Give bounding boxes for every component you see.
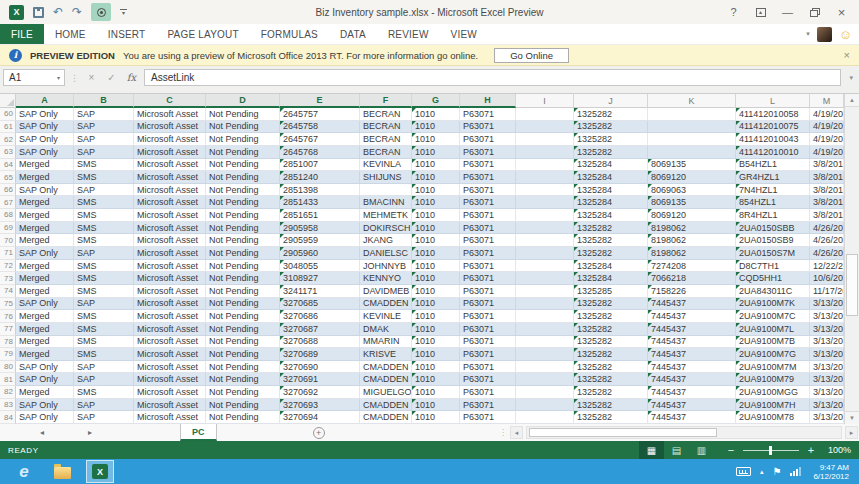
cell-A64[interactable]: Merged: [16, 159, 74, 172]
enter-icon[interactable]: ✓: [104, 72, 119, 83]
tab-data[interactable]: DATA: [329, 24, 377, 44]
cell-G78[interactable]: 1010: [412, 336, 460, 349]
cell-H79[interactable]: P63071: [460, 348, 516, 361]
cell-G72[interactable]: 1010: [412, 260, 460, 273]
cell-L84[interactable]: 2UA9100M78: [736, 411, 810, 424]
banner-close-icon[interactable]: ×: [844, 50, 850, 61]
cell-L76[interactable]: 2UA9100M7C: [736, 310, 810, 323]
cell-E82[interactable]: 3270692: [280, 386, 360, 399]
previous-sheet-icon[interactable]: ◂: [40, 424, 44, 441]
cell-I71[interactable]: [516, 247, 574, 260]
scroll-left-icon[interactable]: ◂: [510, 426, 523, 439]
restore-icon[interactable]: [801, 2, 828, 23]
cell-J76[interactable]: 1325282: [574, 310, 648, 323]
column-header-K[interactable]: K: [648, 94, 736, 108]
cell-E68[interactable]: 2851651: [280, 209, 360, 222]
cell-L82[interactable]: 2UA9100MGG: [736, 386, 810, 399]
cell-D62[interactable]: Not Pending: [206, 133, 280, 146]
send-a-smile-icon[interactable]: ☺: [839, 28, 852, 41]
cell-F69[interactable]: DOKIRSCH: [360, 222, 412, 235]
undo-icon[interactable]: ↶: [53, 6, 63, 18]
cell-J81[interactable]: 1325282: [574, 373, 648, 386]
cell-I77[interactable]: [516, 323, 574, 336]
cell-F68[interactable]: MEHMETK: [360, 209, 412, 222]
row-header-69[interactable]: 69: [0, 222, 16, 235]
cell-A75[interactable]: SAP Only: [16, 298, 74, 311]
cell-I84[interactable]: [516, 411, 574, 424]
cell-B79[interactable]: SMS: [74, 348, 134, 361]
cell-B67[interactable]: SMS: [74, 196, 134, 209]
cell-L60[interactable]: 411412010058: [736, 108, 810, 121]
cell-I70[interactable]: [516, 234, 574, 247]
cell-G60[interactable]: 1010: [412, 108, 460, 121]
cell-I74[interactable]: [516, 285, 574, 298]
cell-D83[interactable]: Not Pending: [206, 399, 280, 412]
cell-J74[interactable]: 1325285: [574, 285, 648, 298]
cell-E63[interactable]: 2645768: [280, 146, 360, 159]
cell-K63[interactable]: [648, 146, 736, 159]
vertical-scrollbar-thumb[interactable]: [846, 254, 858, 316]
cell-E67[interactable]: 2851433: [280, 196, 360, 209]
cell-K82[interactable]: 7445437: [648, 386, 736, 399]
row-header-79[interactable]: 79: [0, 348, 16, 361]
cell-M60[interactable]: 4/19/201: [810, 108, 844, 121]
column-header-F[interactable]: F: [360, 94, 412, 108]
cell-C69[interactable]: Microsoft Asset: [134, 222, 206, 235]
cell-C71[interactable]: Microsoft Asset: [134, 247, 206, 260]
cell-E71[interactable]: 2905960: [280, 247, 360, 260]
scrollbar-resize-handle[interactable]: ⋮: [499, 428, 507, 437]
cell-J63[interactable]: 1325282: [574, 146, 648, 159]
cell-E80[interactable]: 3270690: [280, 361, 360, 374]
cell-I66[interactable]: [516, 184, 574, 197]
cell-J68[interactable]: 1325284: [574, 209, 648, 222]
cell-A71[interactable]: SAP Only: [16, 247, 74, 260]
cell-E74[interactable]: 3241171: [280, 285, 360, 298]
customize-qat-icon[interactable]: ▾: [120, 9, 127, 16]
cell-M69[interactable]: 4/26/201: [810, 222, 844, 235]
cell-J61[interactable]: 1325282: [574, 121, 648, 134]
row-header-78[interactable]: 78: [0, 336, 16, 349]
redo-icon[interactable]: ↷: [72, 6, 82, 18]
zoom-level[interactable]: 100%: [825, 445, 851, 455]
cell-G68[interactable]: 1010: [412, 209, 460, 222]
cell-B83[interactable]: SAP: [74, 399, 134, 412]
cell-C74[interactable]: Microsoft Asset: [134, 285, 206, 298]
cell-L78[interactable]: 2UA9100M7B: [736, 336, 810, 349]
cell-K84[interactable]: 7445437: [648, 411, 736, 424]
cell-I82[interactable]: [516, 386, 574, 399]
column-header-E[interactable]: E: [280, 94, 360, 108]
cell-D80[interactable]: Not Pending: [206, 361, 280, 374]
cell-D77[interactable]: Not Pending: [206, 323, 280, 336]
cell-D78[interactable]: Not Pending: [206, 336, 280, 349]
cell-A63[interactable]: SAP Only: [16, 146, 74, 159]
cell-J78[interactable]: 1325282: [574, 336, 648, 349]
cell-B60[interactable]: SAP: [74, 108, 134, 121]
cell-L63[interactable]: 411412010010: [736, 146, 810, 159]
horizontal-scrollbar-track[interactable]: [526, 426, 842, 439]
cell-F79[interactable]: KRISVE: [360, 348, 412, 361]
cell-A62[interactable]: SAP Only: [16, 133, 74, 146]
row-header-64[interactable]: 64: [0, 159, 16, 172]
cell-F82[interactable]: MIGUELGO: [360, 386, 412, 399]
cell-D65[interactable]: Not Pending: [206, 171, 280, 184]
cell-D70[interactable]: Not Pending: [206, 234, 280, 247]
cell-K71[interactable]: 8198062: [648, 247, 736, 260]
cell-I79[interactable]: [516, 348, 574, 361]
cell-I81[interactable]: [516, 373, 574, 386]
next-sheet-icon[interactable]: ▸: [88, 424, 92, 441]
cell-M63[interactable]: 4/19/201: [810, 146, 844, 159]
cell-H81[interactable]: P63071: [460, 373, 516, 386]
cell-K70[interactable]: 8198062: [648, 234, 736, 247]
tab-page-layout[interactable]: PAGE LAYOUT: [156, 24, 249, 44]
cell-M74[interactable]: 11/17/20: [810, 285, 844, 298]
cell-D61[interactable]: Not Pending: [206, 121, 280, 134]
cell-B62[interactable]: SAP: [74, 133, 134, 146]
cell-M82[interactable]: 3/13/200: [810, 386, 844, 399]
cell-M62[interactable]: 4/19/201: [810, 133, 844, 146]
cell-A61[interactable]: SAP Only: [16, 121, 74, 134]
column-header-A[interactable]: A: [16, 94, 74, 108]
row-header-71[interactable]: 71: [0, 247, 16, 260]
cell-C81[interactable]: Microsoft Asset: [134, 373, 206, 386]
cell-A83[interactable]: SAP Only: [16, 399, 74, 412]
new-sheet-icon[interactable]: +: [313, 427, 325, 439]
